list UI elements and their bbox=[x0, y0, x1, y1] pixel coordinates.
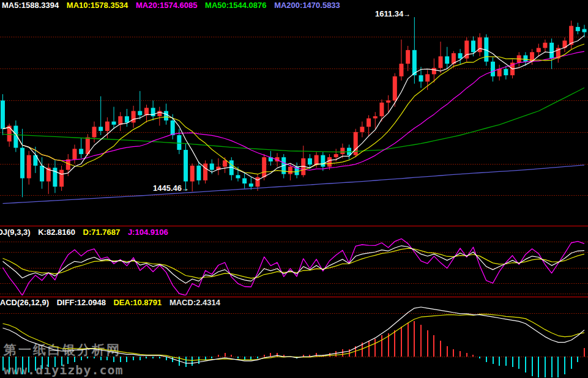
high-price-annotation: 1611.34→ bbox=[375, 9, 411, 18]
ma20-label: MA20:1574.6085 bbox=[136, 1, 197, 10]
arrow-right-icon: → bbox=[403, 10, 411, 18]
kdj-j-label: J:104.9106 bbox=[128, 228, 168, 237]
macd-diff-label: DIFF:12.0948 bbox=[57, 298, 106, 307]
kdj-d-label: D:71.7687 bbox=[83, 228, 121, 237]
trading-chart-window: 第一纸白银分析网 www.diyizby.com MA5:1588.3394 M… bbox=[0, 0, 588, 378]
ma-indicator-row: MA5:1588.3394 MA10:1578.3534 MA20:1574.6… bbox=[2, 1, 346, 10]
macd-macd-label: MACD:2.4314 bbox=[169, 298, 220, 307]
low-price-annotation: 1445.46→ bbox=[153, 183, 189, 193]
ma10-label: MA10:1578.3534 bbox=[67, 1, 128, 10]
ma5-label: MA5:1588.3394 bbox=[2, 1, 59, 10]
chart-canvas[interactable] bbox=[0, 0, 588, 378]
macd-dea-label: DEA:10.8791 bbox=[113, 298, 162, 307]
ma200-label: MA200:1470.5833 bbox=[274, 1, 340, 10]
macd-indicator-row: MACD(26,12,9) DIFF:12.0948 DEA:10.8791 M… bbox=[0, 298, 226, 307]
kdj-params-label: KDJ(9,3,3) bbox=[0, 228, 31, 237]
arrow-right-icon: → bbox=[182, 184, 189, 193]
kdj-indicator-row: KDJ(9,3,3) K:82.8160 D:71.7687 J:104.910… bbox=[0, 228, 174, 237]
macd-params-label: MACD(26,12,9) bbox=[0, 298, 49, 307]
kdj-k-label: K:82.8160 bbox=[38, 228, 75, 237]
ma50-label: MA50:1544.0876 bbox=[205, 1, 266, 10]
